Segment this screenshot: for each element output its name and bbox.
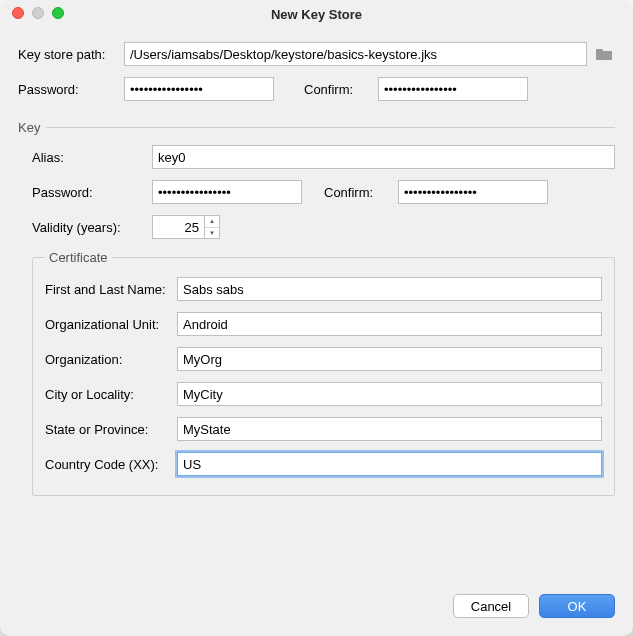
alias-row: Alias:: [32, 145, 615, 169]
certificate-legend: Certificate: [45, 250, 112, 265]
keystore-path-row: Key store path:: [18, 42, 615, 66]
keystore-confirm-input[interactable]: [378, 77, 528, 101]
window-controls: [12, 7, 64, 19]
dialog-content: Key store path: Password: Confirm: Key A…: [0, 28, 633, 594]
keystore-password-label: Password:: [18, 82, 124, 97]
validity-input[interactable]: [152, 215, 204, 239]
zoom-icon[interactable]: [52, 7, 64, 19]
keystore-confirm-label: Confirm:: [304, 82, 378, 97]
state-row: State or Province:: [45, 417, 602, 441]
alias-input[interactable]: [152, 145, 615, 169]
cc-label: Country Code (XX):: [45, 457, 177, 472]
city-label: City or Locality:: [45, 387, 177, 402]
state-input[interactable]: [177, 417, 602, 441]
cc-row: Country Code (XX):: [45, 452, 602, 476]
dialog-footer: Cancel OK: [0, 594, 633, 636]
validity-row: Validity (years): ▲ ▼: [32, 215, 615, 239]
certificate-fieldset: Certificate First and Last Name: Organiz…: [32, 250, 615, 496]
validity-label: Validity (years):: [32, 220, 152, 235]
titlebar: New Key Store: [0, 0, 633, 28]
window-title: New Key Store: [271, 7, 362, 22]
org-label: Organization:: [45, 352, 177, 367]
stepper-up-icon[interactable]: ▲: [205, 216, 219, 228]
minimize-icon: [32, 7, 44, 19]
state-label: State or Province:: [45, 422, 177, 437]
keystore-path-label: Key store path:: [18, 47, 124, 62]
city-row: City or Locality:: [45, 382, 602, 406]
alias-label: Alias:: [32, 150, 152, 165]
key-password-row: Password: Confirm:: [32, 180, 615, 204]
folder-icon[interactable]: [593, 43, 615, 65]
keystore-path-input[interactable]: [124, 42, 587, 66]
key-section-label: Key: [18, 120, 40, 135]
dialog-window: New Key Store Key store path: Password: …: [0, 0, 633, 636]
close-icon[interactable]: [12, 7, 24, 19]
ou-label: Organizational Unit:: [45, 317, 177, 332]
ou-input[interactable]: [177, 312, 602, 336]
key-confirm-label: Confirm:: [324, 185, 398, 200]
org-input[interactable]: [177, 347, 602, 371]
key-password-label: Password:: [32, 185, 152, 200]
cancel-button[interactable]: Cancel: [453, 594, 529, 618]
key-section-header: Key: [18, 120, 615, 135]
first-last-row: First and Last Name:: [45, 277, 602, 301]
keystore-password-input[interactable]: [124, 77, 274, 101]
org-row: Organization:: [45, 347, 602, 371]
key-block: Alias: Password: Confirm: Validity (year…: [18, 145, 615, 496]
cc-input[interactable]: [177, 452, 602, 476]
keystore-password-row: Password: Confirm:: [18, 77, 615, 101]
key-password-input[interactable]: [152, 180, 302, 204]
key-confirm-input[interactable]: [398, 180, 548, 204]
first-last-input[interactable]: [177, 277, 602, 301]
stepper-buttons: ▲ ▼: [204, 215, 220, 239]
first-last-label: First and Last Name:: [45, 282, 177, 297]
spacer: [18, 496, 615, 578]
divider: [46, 127, 615, 128]
stepper-down-icon[interactable]: ▼: [205, 228, 219, 239]
city-input[interactable]: [177, 382, 602, 406]
ok-button[interactable]: OK: [539, 594, 615, 618]
ou-row: Organizational Unit:: [45, 312, 602, 336]
validity-stepper[interactable]: ▲ ▼: [152, 215, 220, 239]
